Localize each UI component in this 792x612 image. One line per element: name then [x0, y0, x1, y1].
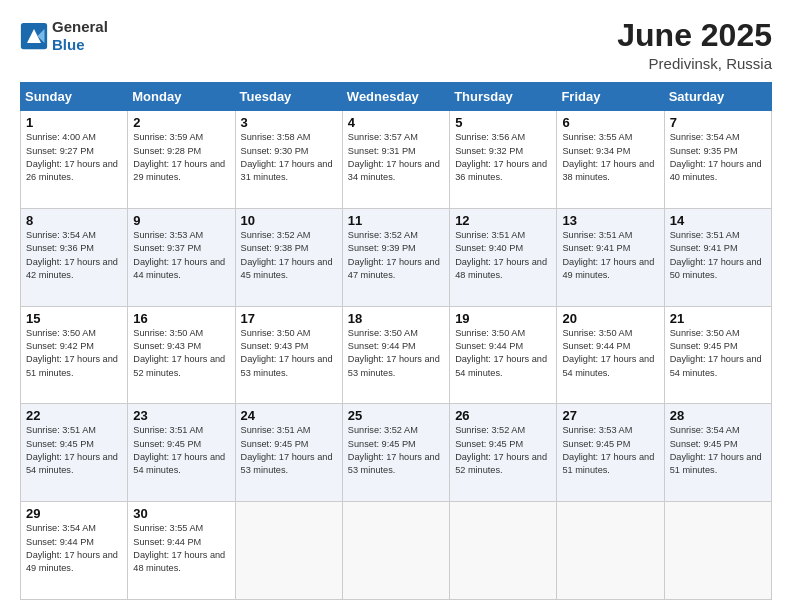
day-number: 10	[241, 213, 337, 228]
day-number: 1	[26, 115, 122, 130]
day-info: Sunrise: 3:50 AM Sunset: 9:43 PM Dayligh…	[241, 327, 337, 380]
table-row	[450, 502, 557, 600]
day-info: Sunrise: 3:51 AM Sunset: 9:41 PM Dayligh…	[670, 229, 766, 282]
day-info: Sunrise: 3:54 AM Sunset: 9:44 PM Dayligh…	[26, 522, 122, 575]
day-number: 8	[26, 213, 122, 228]
logo-blue-text: Blue	[52, 36, 85, 53]
day-info: Sunrise: 3:51 AM Sunset: 9:45 PM Dayligh…	[133, 424, 229, 477]
calendar-title: June 2025	[617, 18, 772, 53]
day-number: 29	[26, 506, 122, 521]
col-monday: Monday	[128, 83, 235, 111]
calendar-page: General Blue June 2025 Predivinsk, Russi…	[0, 0, 792, 612]
day-number: 16	[133, 311, 229, 326]
day-number: 24	[241, 408, 337, 423]
col-sunday: Sunday	[21, 83, 128, 111]
day-info: Sunrise: 3:50 AM Sunset: 9:43 PM Dayligh…	[133, 327, 229, 380]
day-number: 9	[133, 213, 229, 228]
calendar-header-row: Sunday Monday Tuesday Wednesday Thursday…	[21, 83, 772, 111]
day-info: Sunrise: 3:51 AM Sunset: 9:45 PM Dayligh…	[26, 424, 122, 477]
day-info: Sunrise: 4:00 AM Sunset: 9:27 PM Dayligh…	[26, 131, 122, 184]
day-number: 17	[241, 311, 337, 326]
day-info: Sunrise: 3:53 AM Sunset: 9:37 PM Dayligh…	[133, 229, 229, 282]
day-number: 6	[562, 115, 658, 130]
day-number: 30	[133, 506, 229, 521]
day-number: 28	[670, 408, 766, 423]
day-number: 7	[670, 115, 766, 130]
day-info: Sunrise: 3:50 AM Sunset: 9:45 PM Dayligh…	[670, 327, 766, 380]
day-info: Sunrise: 3:51 AM Sunset: 9:41 PM Dayligh…	[562, 229, 658, 282]
calendar-location: Predivinsk, Russia	[617, 55, 772, 72]
logo-icon	[20, 22, 48, 50]
table-row: 19 Sunrise: 3:50 AM Sunset: 9:44 PM Dayl…	[450, 306, 557, 404]
day-info: Sunrise: 3:54 AM Sunset: 9:35 PM Dayligh…	[670, 131, 766, 184]
day-number: 4	[348, 115, 444, 130]
table-row: 9 Sunrise: 3:53 AM Sunset: 9:37 PM Dayli…	[128, 208, 235, 306]
table-row: 16 Sunrise: 3:50 AM Sunset: 9:43 PM Dayl…	[128, 306, 235, 404]
col-saturday: Saturday	[664, 83, 771, 111]
day-info: Sunrise: 3:50 AM Sunset: 9:42 PM Dayligh…	[26, 327, 122, 380]
day-number: 12	[455, 213, 551, 228]
day-number: 5	[455, 115, 551, 130]
table-row: 3 Sunrise: 3:58 AM Sunset: 9:30 PM Dayli…	[235, 111, 342, 209]
table-row: 12 Sunrise: 3:51 AM Sunset: 9:40 PM Dayl…	[450, 208, 557, 306]
day-info: Sunrise: 3:58 AM Sunset: 9:30 PM Dayligh…	[241, 131, 337, 184]
col-wednesday: Wednesday	[342, 83, 449, 111]
day-info: Sunrise: 3:59 AM Sunset: 9:28 PM Dayligh…	[133, 131, 229, 184]
day-info: Sunrise: 3:52 AM Sunset: 9:45 PM Dayligh…	[455, 424, 551, 477]
day-info: Sunrise: 3:50 AM Sunset: 9:44 PM Dayligh…	[348, 327, 444, 380]
day-info: Sunrise: 3:52 AM Sunset: 9:39 PM Dayligh…	[348, 229, 444, 282]
table-row: 23 Sunrise: 3:51 AM Sunset: 9:45 PM Dayl…	[128, 404, 235, 502]
col-tuesday: Tuesday	[235, 83, 342, 111]
col-friday: Friday	[557, 83, 664, 111]
table-row: 4 Sunrise: 3:57 AM Sunset: 9:31 PM Dayli…	[342, 111, 449, 209]
col-thursday: Thursday	[450, 83, 557, 111]
day-number: 27	[562, 408, 658, 423]
table-row: 18 Sunrise: 3:50 AM Sunset: 9:44 PM Dayl…	[342, 306, 449, 404]
table-row: 27 Sunrise: 3:53 AM Sunset: 9:45 PM Dayl…	[557, 404, 664, 502]
day-info: Sunrise: 3:57 AM Sunset: 9:31 PM Dayligh…	[348, 131, 444, 184]
table-row	[235, 502, 342, 600]
day-number: 2	[133, 115, 229, 130]
day-number: 11	[348, 213, 444, 228]
day-number: 20	[562, 311, 658, 326]
day-info: Sunrise: 3:52 AM Sunset: 9:38 PM Dayligh…	[241, 229, 337, 282]
table-row: 5 Sunrise: 3:56 AM Sunset: 9:32 PM Dayli…	[450, 111, 557, 209]
day-info: Sunrise: 3:51 AM Sunset: 9:45 PM Dayligh…	[241, 424, 337, 477]
table-row	[342, 502, 449, 600]
table-row: 11 Sunrise: 3:52 AM Sunset: 9:39 PM Dayl…	[342, 208, 449, 306]
table-row: 10 Sunrise: 3:52 AM Sunset: 9:38 PM Dayl…	[235, 208, 342, 306]
day-number: 21	[670, 311, 766, 326]
table-row: 29 Sunrise: 3:54 AM Sunset: 9:44 PM Dayl…	[21, 502, 128, 600]
day-info: Sunrise: 3:55 AM Sunset: 9:44 PM Dayligh…	[133, 522, 229, 575]
table-row: 13 Sunrise: 3:51 AM Sunset: 9:41 PM Dayl…	[557, 208, 664, 306]
day-info: Sunrise: 3:53 AM Sunset: 9:45 PM Dayligh…	[562, 424, 658, 477]
table-row: 25 Sunrise: 3:52 AM Sunset: 9:45 PM Dayl…	[342, 404, 449, 502]
day-info: Sunrise: 3:55 AM Sunset: 9:34 PM Dayligh…	[562, 131, 658, 184]
table-row: 28 Sunrise: 3:54 AM Sunset: 9:45 PM Dayl…	[664, 404, 771, 502]
table-row: 26 Sunrise: 3:52 AM Sunset: 9:45 PM Dayl…	[450, 404, 557, 502]
table-row	[557, 502, 664, 600]
table-row: 2 Sunrise: 3:59 AM Sunset: 9:28 PM Dayli…	[128, 111, 235, 209]
day-number: 14	[670, 213, 766, 228]
table-row: 1 Sunrise: 4:00 AM Sunset: 9:27 PM Dayli…	[21, 111, 128, 209]
day-number: 15	[26, 311, 122, 326]
header: General Blue June 2025 Predivinsk, Russi…	[20, 18, 772, 72]
table-row: 14 Sunrise: 3:51 AM Sunset: 9:41 PM Dayl…	[664, 208, 771, 306]
day-number: 22	[26, 408, 122, 423]
table-row: 21 Sunrise: 3:50 AM Sunset: 9:45 PM Dayl…	[664, 306, 771, 404]
day-info: Sunrise: 3:54 AM Sunset: 9:45 PM Dayligh…	[670, 424, 766, 477]
day-number: 13	[562, 213, 658, 228]
day-info: Sunrise: 3:54 AM Sunset: 9:36 PM Dayligh…	[26, 229, 122, 282]
logo: General Blue	[20, 18, 108, 54]
table-row: 24 Sunrise: 3:51 AM Sunset: 9:45 PM Dayl…	[235, 404, 342, 502]
day-info: Sunrise: 3:56 AM Sunset: 9:32 PM Dayligh…	[455, 131, 551, 184]
logo-general-text: General	[52, 18, 108, 35]
day-info: Sunrise: 3:52 AM Sunset: 9:45 PM Dayligh…	[348, 424, 444, 477]
table-row: 30 Sunrise: 3:55 AM Sunset: 9:44 PM Dayl…	[128, 502, 235, 600]
day-info: Sunrise: 3:50 AM Sunset: 9:44 PM Dayligh…	[455, 327, 551, 380]
day-info: Sunrise: 3:51 AM Sunset: 9:40 PM Dayligh…	[455, 229, 551, 282]
day-number: 3	[241, 115, 337, 130]
table-row: 22 Sunrise: 3:51 AM Sunset: 9:45 PM Dayl…	[21, 404, 128, 502]
calendar-table: Sunday Monday Tuesday Wednesday Thursday…	[20, 82, 772, 600]
logo-text: General Blue	[52, 18, 108, 54]
